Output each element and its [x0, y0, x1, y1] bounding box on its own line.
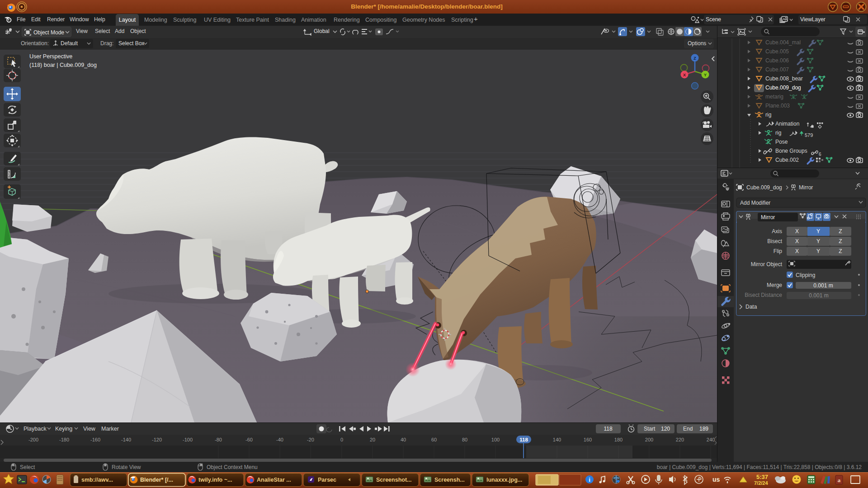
svg-text:-60: -60 — [245, 437, 253, 442]
svg-text:-140: -140 — [121, 437, 131, 442]
svg-text:0.001 m: 0.001 m — [813, 282, 833, 289]
svg-text:Merge: Merge — [767, 282, 782, 288]
svg-text:Keying: Keying — [55, 426, 72, 432]
svg-text:metarig: metarig — [765, 94, 783, 100]
svg-text:Z: Z — [693, 56, 696, 61]
svg-text:twily.info ~...: twily.info ~... — [198, 477, 232, 483]
svg-text:160: 160 — [584, 437, 592, 442]
svg-text:240: 240 — [707, 437, 715, 442]
svg-text:Cube.009_dog: Cube.009_dog — [746, 184, 782, 191]
svg-text:smb://awv...: smb://awv... — [81, 477, 113, 483]
svg-text:Playback: Playback — [24, 426, 47, 432]
svg-text:Cube.006: Cube.006 — [765, 57, 789, 64]
svg-text:Z: Z — [839, 228, 842, 235]
svg-text:Marker: Marker — [101, 426, 119, 432]
svg-text:Bisect: Bisect — [767, 238, 782, 244]
svg-text:i: i — [589, 476, 590, 483]
svg-text:Mirror: Mirror — [761, 214, 775, 221]
svg-text:Object Context Menu: Object Context Menu — [207, 464, 258, 470]
svg-text:120: 120 — [661, 426, 670, 432]
svg-text:X: X — [683, 73, 686, 77]
svg-text:Clipping: Clipping — [796, 272, 815, 278]
svg-text:-200: -200 — [28, 437, 38, 442]
svg-text:Cube.008_bear: Cube.008_bear — [765, 75, 803, 82]
svg-text:Y: Y — [816, 238, 820, 244]
svg-text:Screenshot...: Screenshot... — [376, 477, 412, 483]
svg-text:boar | Cube.009_dog | Verts:11: boar | Cube.009_dog | Verts:11,694 | Fac… — [657, 464, 862, 470]
svg-text:rig: rig — [775, 130, 781, 136]
svg-text:Blender* [/...: Blender* [/... — [140, 477, 173, 483]
svg-text:AnalieStar ...: AnalieStar ... — [257, 477, 291, 483]
svg-text:Bisect Distance: Bisect Distance — [745, 292, 782, 298]
svg-text:Mirror Object: Mirror Object — [751, 261, 783, 267]
svg-text:X: X — [795, 248, 799, 254]
svg-text:Z: Z — [839, 238, 842, 244]
svg-text:User Perspective: User Perspective — [29, 53, 72, 60]
svg-text:-160: -160 — [90, 437, 100, 442]
svg-text:X: X — [795, 228, 799, 235]
svg-text:-120: -120 — [152, 437, 162, 442]
svg-text:80: 80 — [462, 437, 467, 442]
svg-text:118: 118 — [519, 437, 528, 442]
svg-text:Select: Select — [20, 464, 35, 470]
svg-text:lunaxxx.jpg...: lunaxxx.jpg... — [486, 477, 522, 483]
svg-text:Cube.009_dog: Cube.009_dog — [765, 84, 801, 91]
svg-text:a: a — [838, 477, 841, 483]
svg-text:579: 579 — [805, 132, 813, 138]
svg-text:Pose: Pose — [775, 139, 788, 145]
svg-text:Cube.005: Cube.005 — [765, 48, 789, 55]
svg-text:Animation: Animation — [775, 121, 799, 127]
svg-text:Z: Z — [839, 248, 842, 254]
svg-text:-20: -20 — [307, 437, 314, 442]
svg-text:Y: Y — [704, 73, 707, 77]
svg-text:-180: -180 — [59, 437, 69, 442]
svg-text:Y: Y — [816, 248, 820, 254]
svg-text:20: 20 — [370, 437, 375, 442]
svg-text:-100: -100 — [183, 437, 193, 442]
svg-text:0: 0 — [340, 437, 343, 442]
svg-text:View: View — [83, 426, 96, 432]
svg-text:6: 6 — [819, 152, 821, 157]
svg-text:189: 189 — [699, 426, 708, 432]
svg-text:Screensh...: Screensh... — [434, 477, 465, 483]
svg-text:Y: Y — [816, 228, 820, 235]
svg-text:Cube.007: Cube.007 — [765, 66, 789, 73]
svg-text:us: us — [712, 476, 720, 483]
svg-text:Cube.004_mal: Cube.004_mal — [765, 39, 801, 46]
svg-text:5:37: 5:37 — [756, 474, 768, 480]
svg-text:Flip: Flip — [774, 248, 783, 254]
svg-text:140: 140 — [553, 437, 561, 442]
svg-text:200: 200 — [645, 437, 653, 442]
svg-text:118: 118 — [604, 426, 612, 432]
svg-text:Cube.002: Cube.002 — [775, 157, 799, 163]
svg-text:Parsec: Parsec — [318, 477, 336, 483]
svg-text:Axis: Axis — [772, 228, 782, 235]
svg-text:Mirror: Mirror — [799, 184, 813, 191]
svg-text:7/2/24: 7/2/24 — [754, 480, 768, 486]
svg-text:X: X — [795, 238, 799, 244]
svg-text:Rotate View: Rotate View — [112, 464, 141, 470]
svg-text:Add Modifier: Add Modifier — [740, 200, 770, 206]
svg-text:220: 220 — [676, 437, 684, 442]
svg-text:Bone Groups: Bone Groups — [775, 148, 807, 154]
svg-text:(118) boar | Cube.009_dog: (118) boar | Cube.009_dog — [29, 62, 97, 68]
svg-text:End: End — [683, 426, 693, 432]
svg-text:Data: Data — [745, 304, 757, 310]
svg-text:180: 180 — [614, 437, 623, 442]
svg-text:-80: -80 — [215, 437, 222, 442]
svg-text:40: 40 — [401, 437, 406, 442]
svg-text:0.001 m: 0.001 m — [809, 292, 828, 299]
svg-text:Start: Start — [644, 426, 656, 432]
svg-text:100: 100 — [491, 437, 500, 442]
svg-text:60: 60 — [431, 437, 437, 442]
svg-text:rig: rig — [765, 112, 771, 118]
svg-text:Plane.003: Plane.003 — [765, 103, 790, 109]
svg-text:-40: -40 — [276, 437, 283, 442]
